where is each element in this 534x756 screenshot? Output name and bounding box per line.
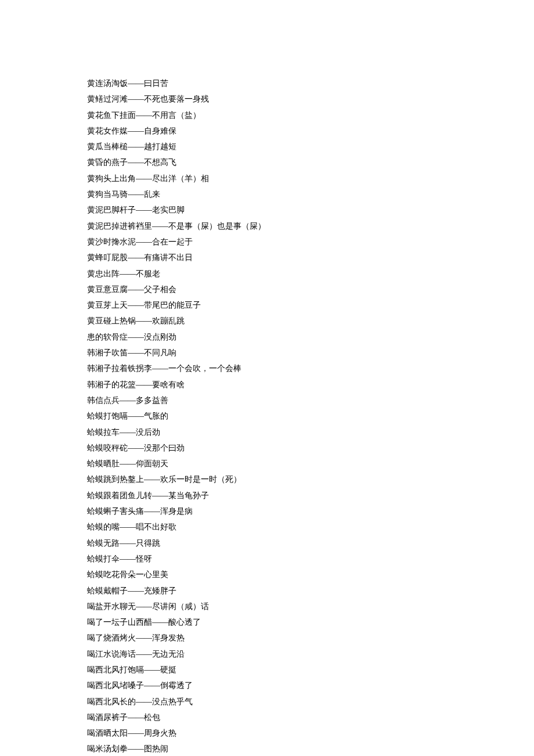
idiom-line: 喝酒尿裤子——松包 — [87, 710, 447, 725]
idiom-line: 喝米汤划拳——图热闹 — [87, 741, 447, 756]
idiom-line: 蛤蟆晒肚——仰面朝天 — [87, 456, 447, 471]
idiom-line: 蛤蟆蝌子害头痛——浑身是病 — [87, 503, 447, 519]
idiom-line: 黄狗当马骑——乱来 — [87, 186, 447, 202]
idiom-line: 黄忠出阵——不服老 — [87, 266, 447, 282]
idiom-line: 黄狗头上出角——尽出洋（羊）相 — [87, 171, 447, 186]
idiom-line: 蛤蟆打饱嗝——气胀的 — [87, 408, 447, 424]
idiom-list: 黄连汤淘饭——曰日苦黄鳝过河滩——不死也要落一身残黄花鱼下挂面——不用言（盐）黄… — [87, 75, 447, 756]
idiom-line: 黄连汤淘饭——曰日苦 — [87, 75, 447, 91]
idiom-line: 喝西北风堵嗓子——倒霉透了 — [87, 678, 447, 693]
idiom-line: 蛤蟆吃花骨朵一心里美 — [87, 567, 447, 582]
idiom-line: 黄鳝过河滩——不死也要落一身残 — [87, 91, 447, 107]
idiom-line: 黄豆意豆腐——父子相会 — [87, 282, 447, 297]
idiom-line: 黄豆碰上热锅——欢蹦乱跳 — [87, 313, 447, 329]
idiom-line: 黄花鱼下挂面——不用言（盐） — [87, 107, 447, 123]
idiom-line: 喝江水说海话——无边无沿 — [87, 646, 447, 662]
idiom-line: 喝了烧酒烤火——浑身发热 — [87, 630, 447, 646]
idiom-line: 蛤蟆咬秤砣——没那个曰劲 — [87, 440, 447, 456]
idiom-line: 韩湘子拉着铁拐李——一个会吹，一个会棒 — [87, 361, 447, 376]
idiom-line: 喝西北风长的——没点热乎气 — [87, 694, 447, 710]
idiom-line: 韩湘子的花篮——要啥有啥 — [87, 377, 447, 393]
idiom-line: 蛤蟆拉车——没后劲 — [87, 424, 447, 440]
idiom-line: 蛤蟆跟着团鱼儿转——某当龟孙子 — [87, 488, 447, 503]
idiom-line: 喝了一坛子山西醋——酸心透了 — [87, 614, 447, 630]
idiom-line: 韩信点兵——多多益善 — [87, 393, 447, 408]
idiom-line: 黄蜂叮屁股——有痛讲不出日 — [87, 250, 447, 265]
idiom-line: 黄瓜当棒槌——越打越短 — [87, 139, 447, 154]
idiom-line: 黄昏的燕子——不想高飞 — [87, 154, 447, 170]
idiom-line: 喝酒晒太阳——周身火热 — [87, 725, 447, 741]
idiom-line: 黄花女作媒——自身难保 — [87, 123, 447, 139]
idiom-line: 喝盐开水聊无——尽讲闲（咸）话 — [87, 599, 447, 614]
idiom-line: 蛤蟆戴帽子——充矮胖子 — [87, 583, 447, 599]
idiom-line: 黄泥巴脚杆子——老实巴脚 — [87, 202, 447, 218]
idiom-line: 蛤蟆打伞——怪呀 — [87, 551, 447, 567]
idiom-line: 蛤蟆无路——只得跳 — [87, 535, 447, 551]
idiom-line: 黄沙时搀水泥——合在一起于 — [87, 234, 447, 250]
idiom-line: 喝西北风打饱嗝——硬挺 — [87, 662, 447, 678]
idiom-line: 蛤蟆的嘴——唱不出好歌 — [87, 519, 447, 535]
idiom-line: 黄泥巴掉进裤裆里——不是事（屎）也是事（屎） — [87, 218, 447, 234]
idiom-line: 患的软骨症——没点刚劲 — [87, 329, 447, 345]
idiom-line: 韩湘子吹笛——不同凡响 — [87, 345, 447, 361]
idiom-line: 黄豆芽上天——带尾巴的能豆子 — [87, 297, 447, 313]
idiom-line: 蛤蟆跳到热鏊上——欢乐一时是一时（死） — [87, 471, 447, 487]
